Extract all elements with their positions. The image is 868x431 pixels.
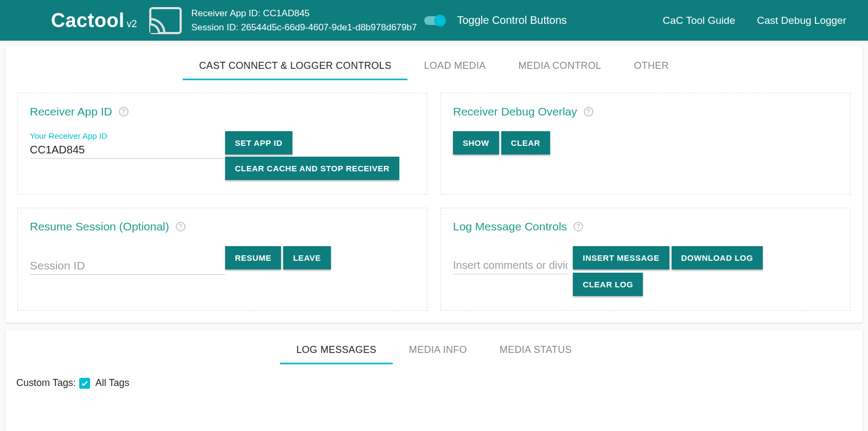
- set-app-id-button[interactable]: SET APP ID: [225, 131, 292, 155]
- session-id-input[interactable]: [30, 246, 225, 275]
- toggle-control-buttons: Toggle Control Buttons: [424, 14, 566, 27]
- cast-debug-logger-link[interactable]: Cast Debug Logger: [757, 15, 846, 27]
- panel-title: Resume Session (Optional) ?: [30, 220, 415, 233]
- help-icon[interactable]: ?: [119, 107, 129, 117]
- checkmark-icon: [81, 379, 88, 387]
- clear-cache-button[interactable]: CLEAR CACHE AND STOP RECEIVER: [225, 157, 399, 180]
- log-card: LOG MESSAGES MEDIA INFO MEDIA STATUS Cus…: [5, 330, 863, 431]
- log-comment-input[interactable]: [453, 246, 567, 274]
- resume-button[interactable]: RESUME: [225, 246, 281, 269]
- cac-tool-guide-link[interactable]: CaC Tool Guide: [662, 15, 735, 27]
- download-log-button[interactable]: DOWNLOAD LOG: [672, 246, 763, 269]
- brand-name: Cactool: [51, 9, 125, 32]
- panel-receiver-app-id: Receiver App ID ? Your Receiver App ID S…: [17, 93, 427, 195]
- all-tags-checkbox[interactable]: [79, 378, 90, 389]
- tab-cast-connect[interactable]: CAST CONNECT & LOGGER CONTROLS: [183, 48, 407, 80]
- panel-log-controls: Log Message Controls ? INSERT MESSAGE DO…: [441, 208, 851, 311]
- session-id-label: Session ID: 26544d5c-66d9-4607-9de1-d8b9…: [192, 21, 417, 35]
- panel-grid: Receiver App ID ? Your Receiver App ID S…: [5, 81, 863, 323]
- panel-debug-overlay: Receiver Debug Overlay ? SHOW CLEAR: [441, 93, 851, 195]
- panel-title-text: Receiver Debug Overlay: [453, 105, 577, 118]
- leave-button[interactable]: LEAVE: [283, 246, 330, 269]
- show-overlay-button[interactable]: SHOW: [453, 131, 499, 155]
- app-header: Cactool v2 Receiver App ID: CC1AD845 Ses…: [0, 0, 868, 41]
- panel-title: Receiver Debug Overlay ?: [453, 105, 838, 118]
- insert-message-button[interactable]: INSERT MESSAGE: [573, 246, 669, 269]
- session-id-field: [30, 246, 225, 275]
- help-icon[interactable]: ?: [584, 107, 593, 117]
- main-tabs: CAST CONNECT & LOGGER CONTROLS LOAD MEDI…: [5, 46, 863, 81]
- panel-resume-session: Resume Session (Optional) ? RESUME LEAVE: [17, 208, 427, 311]
- toggle-switch[interactable]: [424, 16, 445, 25]
- receiver-app-id-field: Your Receiver App ID: [30, 131, 225, 159]
- panel-title: Receiver App ID ?: [30, 105, 415, 118]
- tab-other[interactable]: OTHER: [617, 48, 685, 80]
- all-tags-label: All Tags: [95, 377, 130, 389]
- tab-media-status[interactable]: MEDIA STATUS: [483, 332, 588, 364]
- receiver-app-id-input[interactable]: [30, 141, 225, 159]
- clear-overlay-button[interactable]: CLEAR: [501, 131, 550, 155]
- panel-title-text: Resume Session (Optional): [30, 220, 169, 233]
- toggle-label: Toggle Control Buttons: [457, 14, 566, 27]
- help-icon[interactable]: ?: [176, 222, 186, 231]
- session-meta: Receiver App ID: CC1AD845 Session ID: 26…: [192, 7, 417, 34]
- tab-media-info[interactable]: MEDIA INFO: [393, 332, 483, 364]
- help-icon[interactable]: ?: [573, 222, 583, 231]
- cast-icon[interactable]: [149, 7, 182, 34]
- tab-log-messages[interactable]: LOG MESSAGES: [280, 332, 393, 364]
- app-id-buttons: SET APP ID CLEAR CACHE AND STOP RECEIVER: [225, 131, 401, 182]
- main-card: CAST CONNECT & LOGGER CONTROLS LOAD MEDI…: [5, 46, 863, 323]
- field-label: Your Receiver App ID: [30, 131, 225, 140]
- panel-title-text: Receiver App ID: [30, 105, 112, 118]
- brand-version: v2: [127, 18, 137, 30]
- log-tabs: LOG MESSAGES MEDIA INFO MEDIA STATUS: [5, 330, 863, 364]
- clear-log-button[interactable]: CLEAR LOG: [573, 273, 643, 296]
- custom-tags-label: Custom Tags:: [16, 377, 76, 389]
- custom-tags-row: Custom Tags: All Tags: [5, 364, 863, 402]
- receiver-app-id-label: Receiver App ID: CC1AD845: [192, 7, 417, 21]
- brand: Cactool v2: [51, 9, 137, 32]
- log-comment-field: [453, 246, 567, 274]
- panel-title-text: Log Message Controls: [453, 220, 567, 233]
- tab-media-control[interactable]: MEDIA CONTROL: [502, 48, 618, 80]
- panel-title: Log Message Controls ?: [453, 220, 838, 233]
- tab-load-media[interactable]: LOAD MEDIA: [407, 48, 502, 80]
